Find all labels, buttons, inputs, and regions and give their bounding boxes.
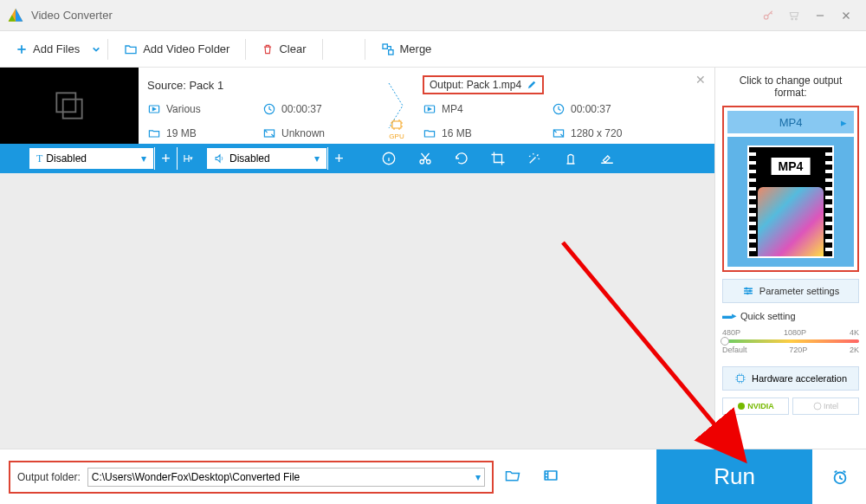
remove-file-button[interactable]: ✕ [695,73,706,87]
add-audio-button[interactable]: + [327,147,350,170]
svg-point-27 [814,403,821,410]
app-title: Video Converter [31,9,755,22]
quality-slider[interactable]: 480P 1080P 4K Default 720P 2K [722,328,859,359]
quick-setting-header: ▬▸Quick setting [722,310,859,321]
hardware-accel-button[interactable]: Hardware acceleration [722,366,859,391]
add-files-label: Add Files [33,42,80,55]
add-files-button[interactable]: Add Files [7,39,88,59]
separator [245,39,246,60]
svg-point-24 [746,292,749,294]
add-files-chevron-icon[interactable] [92,45,100,54]
svg-point-2 [795,18,797,20]
hardware-accel-label: Hardware acceleration [752,373,847,384]
folder-icon [147,126,161,140]
chip-icon [734,372,746,384]
cut-icon[interactable] [407,144,443,173]
crop-icon[interactable] [480,144,516,173]
bottom-bar: Output folder: C:\Users\WonderFox\Deskto… [0,449,866,504]
intel-badge[interactable]: Intel [792,397,859,415]
add-folder-button[interactable]: Add Video Folder [115,39,238,60]
output-resolution: 1280 x 720 [571,127,622,139]
chip-icon [390,119,404,131]
output-folder-path: C:\Users\WonderFox\Desktop\Converted Fil… [92,471,301,483]
app-logo-icon [7,7,24,24]
merge-button[interactable]: Merge [372,39,441,60]
svg-rect-25 [737,376,743,382]
gpu-badge: GPU [389,119,404,140]
titlebar: Video Converter [0,0,866,31]
source-size: 19 MB [166,127,197,139]
output-duration: 00:00:37 [571,103,611,115]
open-folder-button[interactable] [504,467,521,488]
clear-button[interactable]: Clear [253,39,314,59]
sliders-icon [742,285,754,297]
folder-icon [423,126,436,140]
svg-rect-8 [383,44,387,48]
h-text-button[interactable]: H▾ [177,147,199,170]
svg-rect-10 [56,93,75,112]
edit-bar: TDisabled ▾ + H▾ Disabled ▾ + [0,144,714,173]
audio-track-select[interactable]: Disabled ▾ [206,147,327,170]
source-panel: Source: Pack 1 Various 00:00:37 19 MB Un… [139,68,379,144]
mp4-badge: MP4 [772,158,811,175]
source-resolution: Unknown [281,127,325,139]
close-button[interactable] [833,3,859,28]
watermark-icon[interactable] [553,144,589,173]
add-text-button[interactable]: + [154,147,177,170]
svg-rect-11 [63,100,82,119]
speaker-icon [214,152,226,165]
resolution-icon [262,126,276,140]
file-list-area [0,173,714,449]
info-icon[interactable] [371,144,407,173]
output-sidebar: Click to change output format: MP4 MP4 P… [714,68,866,449]
key-icon[interactable] [755,3,781,28]
schedule-button[interactable] [823,468,857,487]
source-duration: 00:00:37 [281,103,322,115]
cart-icon[interactable] [781,3,807,28]
codec-icon [147,102,161,116]
subtitle-edit-icon[interactable] [589,144,625,173]
clock-icon [262,102,276,116]
edit-icon[interactable] [527,80,537,90]
output-codec: MP4 [442,103,463,115]
nvidia-badge[interactable]: NVIDIA [722,397,789,415]
svg-point-1 [792,18,793,20]
audio-track-group: Disabled ▾ + [206,147,350,170]
svg-point-23 [749,290,752,293]
svg-rect-15 [392,121,401,128]
clear-label: Clear [279,42,306,55]
format-select[interactable]: MP4 [727,111,854,133]
minimize-button[interactable] [807,3,833,28]
svg-point-0 [764,15,768,19]
add-folder-label: Add Video Folder [143,42,229,55]
rotate-icon[interactable] [443,144,480,173]
output-folder-highlight: Output folder: C:\Users\WonderFox\Deskto… [9,461,494,494]
source-title: Source: Pack 1 [147,79,223,92]
run-button[interactable]: Run [656,449,812,505]
quick-setting-label: Quick setting [740,311,796,321]
parameter-settings-button[interactable]: Parameter settings [722,279,859,303]
svg-rect-9 [388,49,392,54]
run-label: Run [714,463,755,490]
separator [365,39,365,60]
text-overlay-select[interactable]: TDisabled ▾ [29,147,154,170]
format-preview[interactable]: MP4 [727,137,854,267]
file-row: Source: Pack 1 Various 00:00:37 19 MB Un… [0,68,714,144]
text-overlay-group: TDisabled ▾ + H▾ [29,147,199,170]
merge-label: Merge [400,42,432,55]
output-title-highlight: Output: Pack 1.mp4 [423,75,544,94]
source-codec: Various [166,103,201,115]
thumbnail[interactable] [0,68,139,144]
clock-icon [552,102,565,116]
codec-icon [423,102,436,116]
effects-icon[interactable] [516,144,553,173]
vendor-row: NVIDIA Intel [722,397,859,415]
format-hint-label: Click to change output format: [722,74,859,99]
svg-rect-28 [545,471,556,480]
film-folder-button[interactable] [542,467,559,488]
toolbar: Add Files Add Video Folder Clear Merge [0,31,866,68]
svg-point-26 [738,403,745,410]
slider-thumb[interactable] [721,337,729,346]
output-folder-input[interactable]: C:\Users\WonderFox\Desktop\Converted Fil… [87,468,485,487]
svg-point-22 [745,288,747,290]
